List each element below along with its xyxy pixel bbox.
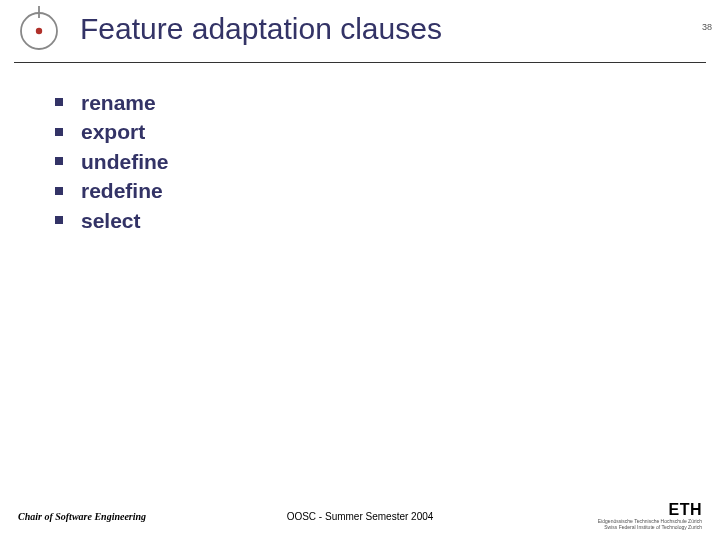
svg-point-1 <box>36 28 42 34</box>
bullet-icon <box>55 98 63 106</box>
bullet-icon <box>55 216 63 224</box>
bullet-icon <box>55 187 63 195</box>
title-divider <box>14 62 706 63</box>
bullet-icon <box>55 157 63 165</box>
slide: Feature adaptation clauses 38 rename exp… <box>0 0 720 540</box>
list-item-label: rename <box>81 91 156 114</box>
list-item-label: undefine <box>81 150 169 173</box>
list-item: rename <box>55 88 169 117</box>
bullet-list: rename export undefine redefine select <box>55 88 169 235</box>
list-item-label: redefine <box>81 179 163 202</box>
list-item-label: export <box>81 120 145 143</box>
list-item: redefine <box>55 176 169 205</box>
footer-institution: ETH Eidgenössische Technische Hochschule… <box>598 501 702 530</box>
list-item: undefine <box>55 147 169 176</box>
chair-logo-icon <box>14 6 64 56</box>
slide-title: Feature adaptation clauses <box>80 12 442 46</box>
eth-subtitle-2: Swiss Federal Institute of Technology Zu… <box>598 525 702 531</box>
list-item-label: select <box>81 209 141 232</box>
list-item: select <box>55 206 169 235</box>
eth-logo: ETH <box>598 501 702 519</box>
list-item: export <box>55 117 169 146</box>
bullet-icon <box>55 128 63 136</box>
page-number: 38 <box>702 22 712 32</box>
